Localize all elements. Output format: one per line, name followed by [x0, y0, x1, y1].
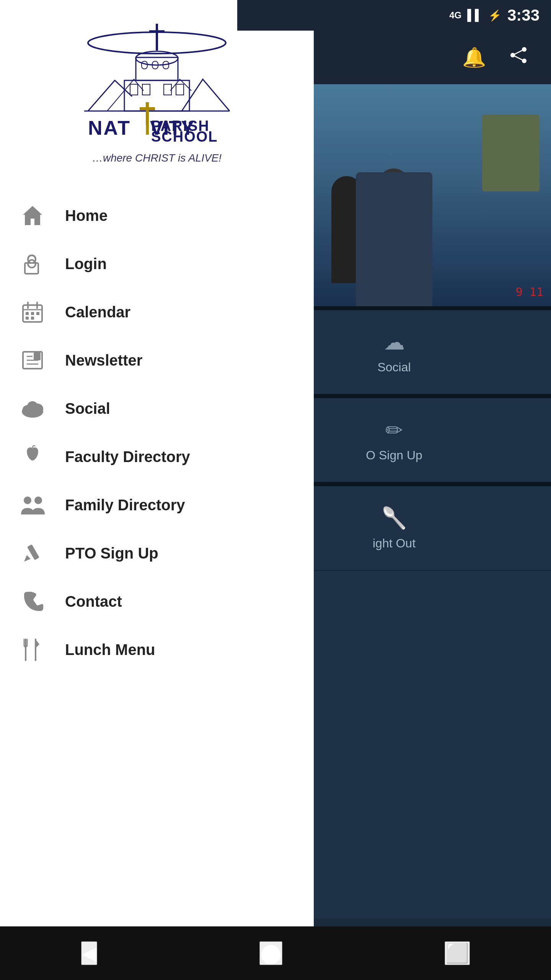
- logo-container: PARISH SCHOOL NAT I VITY …where CHRIST i…: [77, 20, 237, 164]
- fork-knife-icon: [19, 636, 46, 663]
- status-bar: 4G ▌▌ ⚡ 3:33: [237, 0, 551, 31]
- faculty-icon: [19, 443, 46, 470]
- bottom-nav-bar: ◀ ⬤ ⬜: [0, 926, 551, 980]
- svg-rect-10: [142, 61, 147, 69]
- back-button[interactable]: ◀: [81, 941, 97, 965]
- right-spoon-icon: 🥄: [381, 506, 408, 531]
- time-display: 3:33: [507, 6, 540, 24]
- contact-label: Contact: [65, 593, 122, 610]
- share-icon[interactable]: [509, 46, 528, 69]
- svg-point-47: [27, 401, 38, 412]
- nav-item-pto-signup[interactable]: PTO Sign Up: [0, 529, 314, 577]
- battery-icon: ⚡: [488, 9, 502, 22]
- home-icon: [19, 202, 46, 229]
- pencil-icon: [19, 540, 46, 567]
- svg-rect-13: [124, 80, 189, 111]
- login-label: Login: [65, 255, 107, 273]
- calendar-label: Calendar: [65, 304, 130, 321]
- social-label: Social: [65, 400, 110, 417]
- nav-item-faculty-directory[interactable]: Faculty Directory: [0, 433, 314, 481]
- right-pencil-icon: ✏: [385, 418, 403, 443]
- svg-line-4: [513, 55, 524, 61]
- newsletter-label: Newsletter: [65, 352, 142, 369]
- svg-marker-26: [23, 206, 42, 225]
- nav-item-home[interactable]: Home: [0, 191, 314, 240]
- svg-line-3: [513, 49, 524, 55]
- right-pto-label: O Sign Up: [366, 448, 422, 462]
- pto-signup-label: PTO Sign Up: [65, 545, 158, 562]
- svg-rect-36: [36, 312, 39, 315]
- svg-point-48: [24, 497, 31, 504]
- nav-list: Home Login: [0, 184, 314, 681]
- family-icon: [19, 492, 46, 518]
- svg-rect-17: [176, 84, 184, 95]
- nav-item-contact[interactable]: Contact: [0, 577, 314, 626]
- network-badge: 4G: [449, 10, 461, 21]
- status-icons: 4G ▌▌ ⚡ 3:33: [449, 6, 540, 24]
- svg-text:NAT: NAT: [88, 117, 131, 139]
- home-button[interactable]: ⬤: [259, 941, 282, 965]
- nav-item-newsletter[interactable]: Newsletter: [0, 336, 314, 384]
- main-nav: Home Login: [0, 184, 314, 681]
- svg-marker-51: [24, 555, 31, 562]
- svg-text:VITY: VITY: [150, 117, 194, 139]
- social-cloud-icon: [19, 395, 46, 422]
- nav-item-lunch-menu[interactable]: Lunch Menu: [0, 626, 314, 674]
- svg-rect-34: [26, 312, 29, 315]
- right-lunch-label: ight Out: [373, 536, 416, 550]
- svg-text:I: I: [145, 117, 150, 139]
- signal-icon: ▌▌: [467, 9, 483, 21]
- login-icon: [19, 250, 46, 277]
- newsletter-icon: [19, 347, 46, 374]
- svg-rect-9: [136, 57, 178, 80]
- svg-rect-16: [164, 84, 171, 95]
- nav-item-family-directory[interactable]: Family Directory: [0, 481, 314, 529]
- svg-rect-15: [142, 84, 150, 95]
- right-cloud-icon: ☁: [384, 330, 405, 354]
- phone-icon: [19, 588, 46, 615]
- nav-item-social[interactable]: Social: [0, 384, 314, 433]
- nav-item-calendar[interactable]: Calendar: [0, 288, 314, 336]
- svg-rect-35: [31, 312, 34, 315]
- faculty-directory-label: Faculty Directory: [65, 448, 190, 466]
- school-tagline: …where CHRIST is ALIVE!: [92, 152, 222, 164]
- school-logo: PARISH SCHOOL NAT I VITY: [77, 20, 237, 150]
- timestamp: 9 11: [516, 285, 543, 299]
- bell-icon[interactable]: 🔔: [462, 46, 486, 69]
- calendar-icon: [19, 299, 46, 325]
- home-label: Home: [65, 207, 108, 224]
- svg-rect-38: [31, 317, 34, 320]
- svg-rect-14: [130, 84, 138, 95]
- navigation-drawer: PARISH SCHOOL NAT I VITY …where CHRIST i…: [0, 0, 314, 980]
- right-social-label: Social: [377, 360, 411, 374]
- lunch-menu-label: Lunch Menu: [65, 641, 155, 658]
- recent-button[interactable]: ⬜: [445, 941, 470, 965]
- svg-rect-37: [26, 317, 29, 320]
- nav-item-login[interactable]: Login: [0, 240, 314, 288]
- svg-rect-43: [34, 353, 41, 360]
- svg-point-49: [34, 497, 42, 504]
- family-directory-label: Family Directory: [65, 497, 185, 514]
